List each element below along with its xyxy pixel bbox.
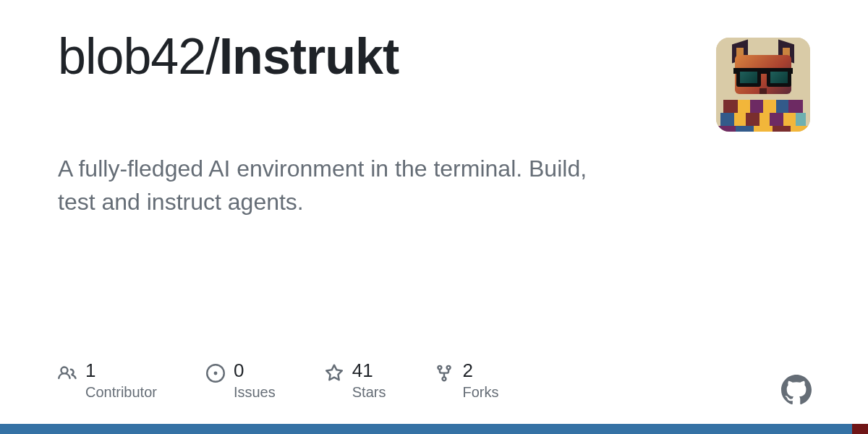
github-logo-icon[interactable] — [781, 375, 812, 405]
repo-owner[interactable]: blob42 — [58, 28, 205, 85]
repo-name[interactable]: Instrukt — [219, 28, 399, 85]
stat-value: 41 — [352, 361, 386, 380]
stat-forks[interactable]: 2 Forks — [435, 361, 498, 401]
issue-icon — [206, 364, 225, 383]
stat-stars[interactable]: 41 Stars — [325, 361, 386, 401]
people-icon — [58, 364, 77, 383]
repo-description: A fully-fledged AI environment in the te… — [58, 152, 622, 219]
stat-value: 1 — [85, 361, 157, 380]
title-separator: / — [205, 28, 218, 85]
star-icon — [325, 364, 344, 383]
language-bar — [0, 424, 868, 434]
repo-stats: 1 Contributor 0 Issues 41 Stars 2 Forks — [58, 361, 498, 401]
repo-title: blob42/Instrukt — [58, 29, 399, 85]
stat-value: 0 — [234, 361, 276, 380]
stat-label: Forks — [462, 384, 498, 401]
language-segment — [852, 424, 868, 434]
language-segment — [0, 424, 852, 434]
stat-label: Stars — [352, 384, 386, 401]
stat-label: Contributor — [85, 384, 157, 401]
stat-label: Issues — [234, 384, 276, 401]
fork-icon — [435, 364, 454, 383]
stat-value: 2 — [462, 361, 498, 380]
stat-contributors[interactable]: 1 Contributor — [58, 361, 157, 401]
repo-avatar[interactable] — [716, 38, 810, 132]
stat-issues[interactable]: 0 Issues — [206, 361, 276, 401]
